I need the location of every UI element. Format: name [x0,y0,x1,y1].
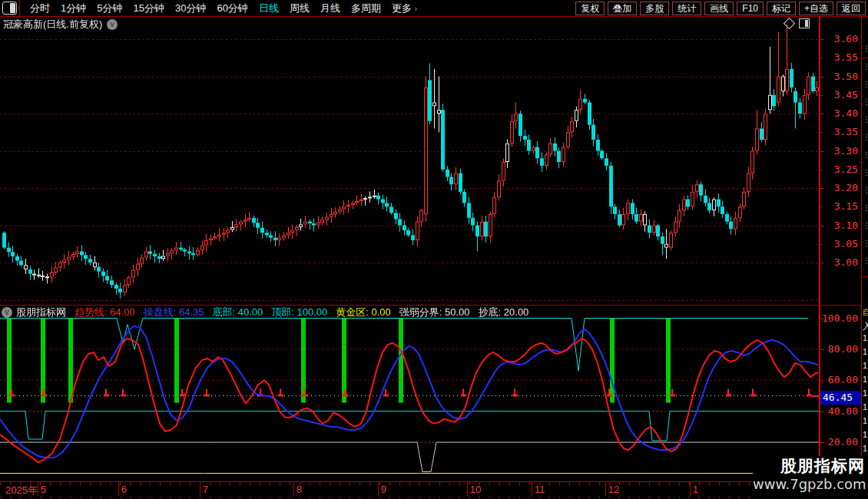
price-label-3.45: 3.45 [834,89,858,101]
clipped-glyph-fragment: ⋮ [863,62,868,71]
tab-分时[interactable]: 分时 [25,2,55,14]
strip-digit: 1 [863,402,868,411]
window-split-icon[interactable] [2,2,17,15]
ind-tick [820,442,824,443]
price-tick [820,188,824,189]
strip-separator [862,276,868,277]
price-label-3.40: 3.40 [834,107,858,119]
strip-digit: 1 [863,347,868,356]
button-多股[interactable]: 多股 [640,2,669,15]
price-label-3.55: 3.55 [834,51,858,63]
ind-label-20.00: 20.00 [828,436,858,448]
tab-多周期[interactable]: 多周期 [346,2,386,14]
strip-separator [862,58,868,58]
price-label-3.20: 3.20 [834,182,858,193]
indicator-panel-chart[interactable] [0,317,819,482]
ind-tick [820,380,824,381]
split-window-icon[interactable] [799,18,810,28]
price-label-3.25: 3.25 [834,164,858,175]
strip-digit: 1 [863,375,868,384]
watermark-site-name: 股朋指标网 [753,456,865,476]
tab-月线[interactable]: 月线 [315,2,346,14]
price-label-3.15: 3.15 [834,200,858,212]
button-画线[interactable]: 画线 [704,2,734,15]
indicator-values: 股朋指标网趋势线: 64.00操盘线: 64.35底部: 40.00顶部: 10… [16,306,537,319]
price-tick [820,170,823,170]
price-tick [820,77,824,78]
month-separator [293,482,294,496]
button-标记[interactable]: 标记 [767,2,796,15]
month-label-6: 6 [121,484,127,495]
tab-30分钟[interactable]: 30分钟 [170,2,211,14]
strip-digit: 1 [863,361,868,370]
current-value-badge: 46.45 [820,391,863,405]
watermark: 股朋指标网 www.7gpzb.com [753,456,868,499]
button-返回[interactable]: 返回 [837,2,866,15]
month-separator [605,482,606,496]
diamond-icon[interactable] [784,18,796,30]
price-label-3.30: 3.30 [834,145,858,157]
clipped-glyph-fragment: ⋮ [863,150,868,159]
price-tick [820,114,824,114]
button-统计[interactable]: 统计 [672,2,701,15]
month-separator [378,482,379,496]
tab-more[interactable]: 更多 › [386,1,422,16]
button-F10[interactable]: F10 [737,2,764,15]
chevron-down-icon[interactable]: v [107,19,118,30]
clipped-glyph-fragment: 入 [863,321,868,332]
clipped-glyph-fragment: ⋮ [863,256,868,265]
price-label-3.05: 3.05 [834,238,858,250]
price-label-3.10: 3.10 [834,220,858,231]
tab-日线[interactable]: 日线 [253,2,284,14]
price-axis: 3.603.553.503.453.403.353.303.253.203.15… [820,17,861,305]
indicator-source-label: 股朋指标网 [16,306,66,319]
toolbar-divider [19,0,20,16]
month-separator [118,482,119,496]
clipped-glyph-fragment: ⋮ [863,115,868,124]
ind-label-100.00: 100.00 [822,312,858,324]
price-label-3.60: 3.60 [834,33,858,45]
month-separator [38,482,38,496]
price-tick [820,263,824,263]
indicator-param-5: 黄金区: 0.00 [336,306,391,319]
month-separator [200,482,200,496]
clipped-glyph-fragment: ⋮ [863,80,868,88]
ind-tick [820,411,824,412]
month-label-8: 8 [297,484,302,495]
tab-15分钟[interactable]: 15分钟 [128,2,169,14]
ind-label-60.00: 60.00 [828,374,858,385]
strip-digit: 1 [863,416,868,425]
month-label-7: 7 [203,484,208,495]
month-label-11: 11 [535,484,545,495]
button-+自选[interactable]: +自选 [799,2,833,15]
tab-周线[interactable]: 周线 [284,2,315,14]
clipped-glyph-fragment: ⋮ [863,45,868,53]
date-axis[interactable]: 2025年 567891011121 [0,481,861,497]
month-label-12: 12 [608,484,619,495]
price-tick [820,226,824,226]
main-candlestick-chart[interactable] [0,17,819,305]
month-separator [467,482,468,496]
tab-1分钟[interactable]: 1分钟 [55,2,91,14]
tab-60分钟[interactable]: 60分钟 [211,2,253,14]
current-value-tick [812,395,819,397]
ind-label-80.00: 80.00 [828,343,858,355]
price-label-3.35: 3.35 [834,126,858,137]
month-separator [690,482,691,496]
tab-5分钟[interactable]: 5分钟 [91,2,128,14]
ind-tick [820,349,824,350]
ind-tick [820,319,824,319]
tdx-app-window: 分时1分钟5分钟15分钟30分钟60分钟日线周线月线多周期 更多 › 复权叠加多… [0,0,868,499]
clipped-glyph-fragment: ⋮ [863,186,868,194]
month-label-9: 9 [381,484,386,495]
stock-titlebar: 冠豪高新(日线.前复权) v [3,18,118,31]
period-tabs: 分时1分钟5分钟15分钟30分钟60分钟日线周线月线多周期 [25,1,386,16]
chevron-down-icon[interactable]: v [2,307,12,318]
button-复权[interactable]: 复权 [575,2,605,15]
price-tick [820,132,823,133]
chart-corner-icons [785,18,810,28]
button-叠加[interactable]: 叠加 [608,2,637,15]
right-sidebar-strip[interactable]: ⋮⋮⋮⋮⋮⋮⋮⋮⋮⋮⋮⋮⋮自入111111111 [861,17,868,497]
period-toolbar: 分时1分钟5分钟15分钟30分钟60分钟日线周线月线多周期 更多 › 复权叠加多… [0,0,868,17]
indicator-param-7: 抄底: 20.00 [479,306,529,319]
